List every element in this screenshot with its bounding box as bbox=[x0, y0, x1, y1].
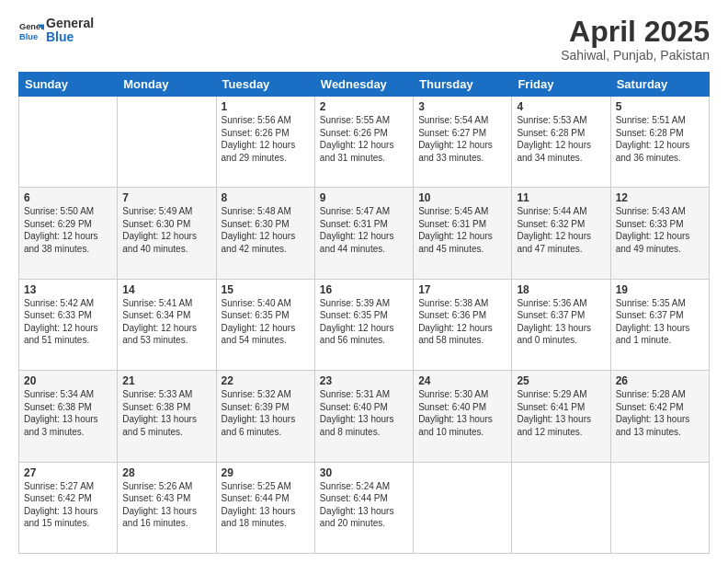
day-info: Sunrise: 5:38 AM Sunset: 6:36 PM Dayligh… bbox=[418, 298, 493, 346]
day-number: 8 bbox=[222, 191, 310, 204]
day-number: 19 bbox=[616, 283, 704, 296]
day-number: 22 bbox=[222, 374, 310, 387]
day-cell: 6Sunrise: 5:50 AM Sunset: 6:29 PM Daylig… bbox=[19, 188, 118, 279]
day-number: 14 bbox=[122, 283, 210, 296]
day-number: 20 bbox=[24, 374, 112, 387]
day-number: 4 bbox=[517, 100, 605, 113]
day-cell: 4Sunrise: 5:53 AM Sunset: 6:28 PM Daylig… bbox=[512, 97, 610, 188]
day-number: 24 bbox=[418, 374, 506, 387]
day-cell: 8Sunrise: 5:48 AM Sunset: 6:30 PM Daylig… bbox=[216, 188, 314, 279]
day-info: Sunrise: 5:27 AM Sunset: 6:42 PM Dayligh… bbox=[24, 481, 98, 529]
day-cell: 11Sunrise: 5:44 AM Sunset: 6:32 PM Dayli… bbox=[512, 188, 610, 279]
day-info: Sunrise: 5:50 AM Sunset: 6:29 PM Dayligh… bbox=[24, 206, 98, 254]
day-info: Sunrise: 5:56 AM Sunset: 6:26 PM Dayligh… bbox=[222, 115, 296, 163]
day-info: Sunrise: 5:29 AM Sunset: 6:41 PM Dayligh… bbox=[517, 389, 591, 437]
day-info: Sunrise: 5:30 AM Sunset: 6:40 PM Dayligh… bbox=[418, 389, 493, 437]
calendar-table: SundayMondayTuesdayWednesdayThursdayFrid… bbox=[18, 72, 710, 554]
day-cell bbox=[610, 462, 709, 553]
day-cell: 7Sunrise: 5:49 AM Sunset: 6:30 PM Daylig… bbox=[118, 188, 216, 279]
day-number: 25 bbox=[517, 374, 605, 387]
day-cell bbox=[19, 97, 118, 188]
day-info: Sunrise: 5:26 AM Sunset: 6:43 PM Dayligh… bbox=[122, 481, 197, 529]
day-number: 23 bbox=[320, 374, 408, 387]
day-cell bbox=[414, 462, 512, 553]
col-header-wednesday: Wednesday bbox=[314, 73, 413, 97]
day-cell: 17Sunrise: 5:38 AM Sunset: 6:36 PM Dayli… bbox=[414, 279, 512, 370]
location: Sahiwal, Punjab, Pakistan bbox=[561, 48, 710, 63]
week-row-3: 13Sunrise: 5:42 AM Sunset: 6:33 PM Dayli… bbox=[19, 279, 710, 370]
day-cell: 9Sunrise: 5:47 AM Sunset: 6:31 PM Daylig… bbox=[314, 188, 413, 279]
col-header-sunday: Sunday bbox=[19, 73, 118, 97]
day-cell: 14Sunrise: 5:41 AM Sunset: 6:34 PM Dayli… bbox=[118, 279, 216, 370]
day-info: Sunrise: 5:36 AM Sunset: 6:37 PM Dayligh… bbox=[517, 298, 591, 346]
day-cell bbox=[512, 462, 610, 553]
day-number: 18 bbox=[517, 283, 605, 296]
day-number: 7 bbox=[122, 191, 210, 204]
day-cell: 27Sunrise: 5:27 AM Sunset: 6:42 PM Dayli… bbox=[19, 462, 118, 553]
day-info: Sunrise: 5:28 AM Sunset: 6:42 PM Dayligh… bbox=[616, 389, 690, 437]
day-cell: 12Sunrise: 5:43 AM Sunset: 6:33 PM Dayli… bbox=[610, 188, 709, 279]
day-number: 28 bbox=[122, 466, 210, 479]
day-info: Sunrise: 5:43 AM Sunset: 6:33 PM Dayligh… bbox=[616, 206, 690, 254]
day-number: 15 bbox=[222, 283, 310, 296]
month-title: April 2025 bbox=[561, 17, 710, 46]
day-cell: 5Sunrise: 5:51 AM Sunset: 6:28 PM Daylig… bbox=[610, 97, 709, 188]
day-cell: 21Sunrise: 5:33 AM Sunset: 6:38 PM Dayli… bbox=[118, 371, 216, 462]
day-number: 29 bbox=[222, 466, 310, 479]
day-cell: 23Sunrise: 5:31 AM Sunset: 6:40 PM Dayli… bbox=[314, 371, 413, 462]
day-number: 3 bbox=[418, 100, 506, 113]
day-cell: 10Sunrise: 5:45 AM Sunset: 6:31 PM Dayli… bbox=[414, 188, 512, 279]
day-number: 30 bbox=[320, 466, 408, 479]
day-cell: 25Sunrise: 5:29 AM Sunset: 6:41 PM Dayli… bbox=[512, 371, 610, 462]
day-cell: 18Sunrise: 5:36 AM Sunset: 6:37 PM Dayli… bbox=[512, 279, 610, 370]
day-info: Sunrise: 5:33 AM Sunset: 6:38 PM Dayligh… bbox=[122, 389, 197, 437]
day-cell: 20Sunrise: 5:34 AM Sunset: 6:38 PM Dayli… bbox=[19, 371, 118, 462]
day-cell: 26Sunrise: 5:28 AM Sunset: 6:42 PM Dayli… bbox=[610, 371, 709, 462]
day-info: Sunrise: 5:39 AM Sunset: 6:35 PM Dayligh… bbox=[320, 298, 394, 346]
col-header-tuesday: Tuesday bbox=[216, 73, 314, 97]
day-number: 11 bbox=[517, 191, 605, 204]
col-header-saturday: Saturday bbox=[610, 73, 709, 97]
day-info: Sunrise: 5:24 AM Sunset: 6:44 PM Dayligh… bbox=[320, 481, 394, 529]
svg-text:Blue: Blue bbox=[19, 33, 38, 42]
day-cell: 30Sunrise: 5:24 AM Sunset: 6:44 PM Dayli… bbox=[314, 462, 413, 553]
title-block: April 2025 Sahiwal, Punjab, Pakistan bbox=[561, 17, 710, 63]
day-info: Sunrise: 5:44 AM Sunset: 6:32 PM Dayligh… bbox=[517, 206, 591, 254]
logo-text-line1: General bbox=[46, 17, 94, 30]
day-number: 10 bbox=[418, 191, 506, 204]
page: General Blue General Blue April 2025 Sah… bbox=[0, 0, 728, 563]
day-cell: 3Sunrise: 5:54 AM Sunset: 6:27 PM Daylig… bbox=[414, 97, 512, 188]
day-number: 16 bbox=[320, 283, 408, 296]
day-number: 2 bbox=[320, 100, 408, 113]
day-number: 1 bbox=[222, 100, 310, 113]
day-number: 17 bbox=[418, 283, 506, 296]
day-number: 21 bbox=[122, 374, 210, 387]
day-cell: 13Sunrise: 5:42 AM Sunset: 6:33 PM Dayli… bbox=[19, 279, 118, 370]
day-cell: 1Sunrise: 5:56 AM Sunset: 6:26 PM Daylig… bbox=[216, 97, 314, 188]
day-number: 13 bbox=[24, 283, 112, 296]
day-info: Sunrise: 5:31 AM Sunset: 6:40 PM Dayligh… bbox=[320, 389, 394, 437]
day-info: Sunrise: 5:34 AM Sunset: 6:38 PM Dayligh… bbox=[24, 389, 98, 437]
day-number: 9 bbox=[320, 191, 408, 204]
day-info: Sunrise: 5:45 AM Sunset: 6:31 PM Dayligh… bbox=[418, 206, 493, 254]
col-header-thursday: Thursday bbox=[414, 73, 512, 97]
day-cell: 19Sunrise: 5:35 AM Sunset: 6:37 PM Dayli… bbox=[610, 279, 709, 370]
logo-text-line2: Blue bbox=[46, 30, 94, 44]
logo: General Blue General Blue bbox=[18, 17, 94, 45]
week-row-4: 20Sunrise: 5:34 AM Sunset: 6:38 PM Dayli… bbox=[19, 371, 710, 462]
day-number: 26 bbox=[616, 374, 704, 387]
day-number: 5 bbox=[616, 100, 704, 113]
day-cell bbox=[118, 97, 216, 188]
day-info: Sunrise: 5:40 AM Sunset: 6:35 PM Dayligh… bbox=[222, 298, 296, 346]
week-row-1: 1Sunrise: 5:56 AM Sunset: 6:26 PM Daylig… bbox=[19, 97, 710, 188]
day-cell: 29Sunrise: 5:25 AM Sunset: 6:44 PM Dayli… bbox=[216, 462, 314, 553]
day-info: Sunrise: 5:42 AM Sunset: 6:33 PM Dayligh… bbox=[24, 298, 98, 346]
calendar-header-row: SundayMondayTuesdayWednesdayThursdayFrid… bbox=[19, 73, 710, 97]
day-info: Sunrise: 5:35 AM Sunset: 6:37 PM Dayligh… bbox=[616, 298, 690, 346]
day-info: Sunrise: 5:48 AM Sunset: 6:30 PM Dayligh… bbox=[222, 206, 296, 254]
week-row-5: 27Sunrise: 5:27 AM Sunset: 6:42 PM Dayli… bbox=[19, 462, 710, 553]
col-header-friday: Friday bbox=[512, 73, 610, 97]
logo-icon: General Blue bbox=[18, 17, 44, 43]
day-info: Sunrise: 5:25 AM Sunset: 6:44 PM Dayligh… bbox=[222, 481, 296, 529]
day-cell: 15Sunrise: 5:40 AM Sunset: 6:35 PM Dayli… bbox=[216, 279, 314, 370]
